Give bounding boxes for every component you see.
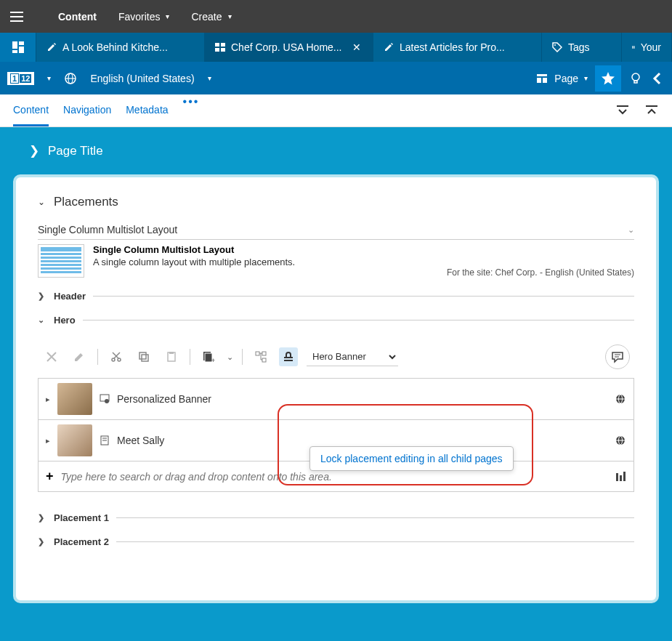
- divider: [83, 320, 634, 320]
- tab-label: Tags: [568, 41, 590, 53]
- comment-button[interactable]: [605, 344, 630, 369]
- tree-icon: [255, 351, 267, 363]
- pencil-icon: [46, 42, 57, 52]
- chevron-right-icon: ▸: [46, 436, 50, 446]
- view-type-select[interactable]: Hero Banner: [307, 347, 398, 366]
- tab-label: Your: [641, 41, 661, 53]
- chevron-right-icon: ❯: [38, 513, 46, 523]
- layout-name: Single Column Multislot Layout: [38, 224, 177, 235]
- chevron-down-icon[interactable]: ⌄: [227, 352, 233, 362]
- copy-icon: [138, 351, 150, 363]
- tab-chef-corp[interactable]: Chef Corp. USA Home... ✕: [205, 33, 373, 62]
- globe-icon[interactable]: [615, 393, 626, 405]
- svg-rect-10: [633, 46, 635, 47]
- svg-rect-9: [632, 46, 633, 47]
- svg-rect-36: [284, 360, 293, 361]
- placements-header[interactable]: ⌄ Placements: [38, 195, 634, 209]
- chevron-right-icon: ❯: [29, 143, 39, 158]
- chevron-left-icon[interactable]: [650, 71, 665, 86]
- subnav-metadata[interactable]: Metadata: [126, 95, 168, 126]
- item-thumbnail: [57, 383, 92, 415]
- globe-icon[interactable]: [64, 72, 77, 85]
- tags-icon: [552, 42, 562, 52]
- close-icon[interactable]: ✕: [352, 41, 361, 53]
- layout-info: Single Column Multislot Layout A single …: [38, 244, 634, 278]
- copy-button[interactable]: [134, 347, 153, 366]
- svg-rect-18: [543, 78, 547, 83]
- locale-label[interactable]: English (United States): [90, 73, 194, 84]
- search-input[interactable]: [61, 471, 607, 483]
- layout-info-desc: A single column layout with multiple pla…: [93, 257, 438, 267]
- item-label: Personalized Banner: [117, 393, 211, 405]
- svg-rect-1: [19, 41, 24, 45]
- paste-icon: [166, 351, 177, 363]
- paste-button[interactable]: [162, 347, 181, 366]
- favorite-button[interactable]: [595, 65, 621, 92]
- bulb-icon[interactable]: [628, 71, 643, 86]
- svg-rect-26: [142, 355, 148, 361]
- hero-toolbar: + ⌄ Hero Banner: [38, 342, 634, 372]
- delete-button[interactable]: [42, 347, 61, 366]
- tree-button[interactable]: [251, 347, 270, 366]
- subnav-content[interactable]: Content: [13, 95, 49, 126]
- page-title-row[interactable]: ❯ Page Title: [0, 127, 672, 174]
- pencil-icon: [384, 42, 394, 52]
- section-label: Header: [54, 291, 86, 302]
- chevron-down-icon: ⌄: [628, 225, 634, 235]
- page-label: Page: [554, 73, 578, 84]
- hamburger-menu[interactable]: [0, 0, 33, 33]
- page-dropdown[interactable]: Page ▾: [535, 72, 588, 85]
- section-hero[interactable]: ⌄ Hero: [38, 315, 634, 326]
- item-thumbnail: [57, 424, 92, 456]
- placements-panel: ⌄ Placements Single Column Multislot Lay…: [13, 174, 659, 603]
- globe-icon[interactable]: [615, 435, 626, 446]
- add-button[interactable]: +: [199, 347, 218, 366]
- tab-latest-articles[interactable]: Latest Articles for Pro...: [373, 33, 542, 62]
- tab-your[interactable]: Your: [622, 33, 672, 62]
- svg-rect-17: [537, 78, 541, 83]
- svg-rect-16: [537, 74, 547, 76]
- layout-info-title: Single Column Multislot Layout: [93, 244, 438, 255]
- menu-content[interactable]: Content: [58, 11, 97, 23]
- chevron-down-icon: ⌄: [38, 315, 46, 325]
- divider: [116, 541, 634, 542]
- add-icon: +: [202, 350, 215, 363]
- section-header[interactable]: ❯ Header: [38, 291, 634, 302]
- menu-create[interactable]: Create ▾: [191, 11, 231, 23]
- placements-title: Placements: [54, 195, 118, 209]
- layout-selector[interactable]: Single Column Multislot Layout ⌄: [38, 224, 634, 240]
- subnav-navigation[interactable]: Navigation: [63, 95, 111, 126]
- columns-indicator[interactable]: 112: [7, 72, 34, 85]
- tab-dashboard-icon[interactable]: [0, 33, 36, 62]
- tab-look-behind[interactable]: A Look Behind Kitche...: [36, 33, 205, 62]
- menu-favorites[interactable]: Favorites ▾: [118, 11, 170, 23]
- collapse-up-icon[interactable]: [644, 105, 659, 116]
- lock-button[interactable]: [279, 347, 298, 366]
- section-placement1[interactable]: ❯ Placement 1: [38, 512, 634, 523]
- chevron-down-icon[interactable]: ▾: [208, 74, 211, 82]
- svg-rect-51: [620, 475, 622, 481]
- layout-icon: [215, 42, 225, 52]
- subnav-more[interactable]: •••: [183, 95, 200, 126]
- item-personalized-banner[interactable]: ▸ Personalized Banner: [38, 378, 634, 420]
- bars-icon[interactable]: [615, 471, 626, 483]
- collapse-down-icon[interactable]: [615, 105, 630, 116]
- edit-button[interactable]: [70, 347, 89, 366]
- tab-label: A Look Behind Kitche...: [62, 41, 168, 53]
- svg-rect-28: [169, 352, 174, 354]
- layout-thumbnail: [38, 244, 84, 278]
- separator: [242, 349, 243, 365]
- tab-label: Chef Corp. USA Home...: [231, 41, 342, 53]
- svg-rect-3: [12, 50, 17, 53]
- chevron-down-icon[interactable]: ▾: [47, 74, 51, 82]
- dashboard-icon: [12, 41, 24, 53]
- top-bar: Content Favorites ▾ Create ▾: [0, 0, 672, 33]
- tab-tags[interactable]: Tags: [542, 33, 622, 62]
- pencil-icon: [73, 351, 85, 363]
- svg-rect-5: [221, 43, 225, 47]
- cut-button[interactable]: [107, 347, 126, 366]
- section-placement2[interactable]: ❯ Placement 2: [38, 536, 634, 547]
- chevron-down-icon: ▾: [228, 12, 232, 20]
- svg-rect-11: [632, 47, 633, 48]
- svg-point-8: [554, 44, 556, 46]
